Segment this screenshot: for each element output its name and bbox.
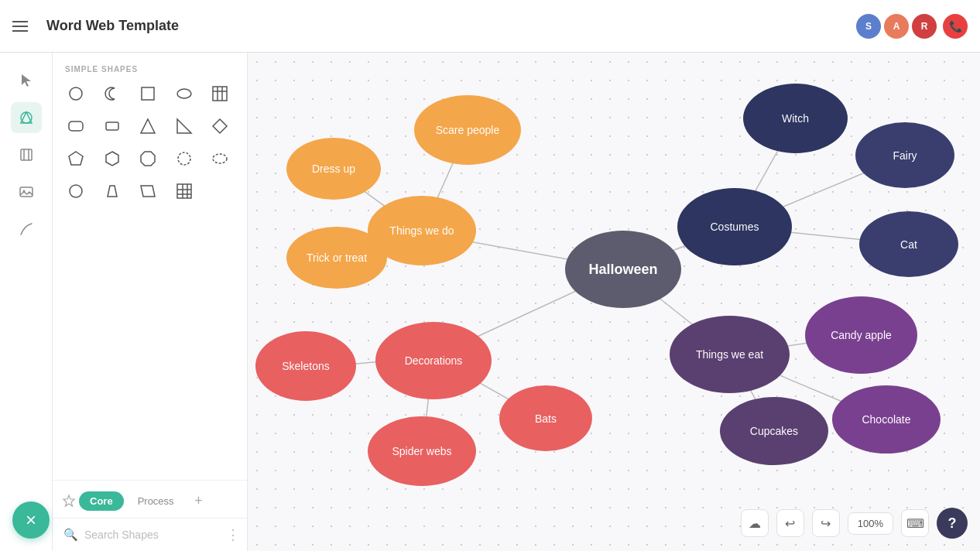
keyboard-icon[interactable]: ⌨ <box>901 509 929 537</box>
svg-rect-8 <box>142 87 154 100</box>
cloud-icon[interactable]: ☁ <box>741 509 769 537</box>
avatar-1[interactable]: S <box>856 14 881 39</box>
svg-marker-26 <box>141 186 155 197</box>
shapes-grid <box>53 80 247 205</box>
shape-crescent[interactable] <box>98 80 126 108</box>
shapes-panel: Simple Shapes Core Process + 🔍 ⋮ <box>53 53 248 551</box>
node-spider-webs[interactable]: Spider webs <box>368 416 476 486</box>
bottom-bar: ☁ ↩ ↪ 100% ⌨ ? <box>741 508 968 539</box>
shape-circle-filled[interactable] <box>62 177 90 205</box>
avatars-group: S A R 📞 <box>856 14 968 39</box>
fab-button[interactable]: × <box>12 501 50 539</box>
shape-square[interactable] <box>134 80 162 108</box>
node-fairy[interactable]: Fairy <box>855 122 954 188</box>
node-witch[interactable]: Witch <box>743 84 848 153</box>
node-candy-apple[interactable]: Candy apple <box>805 296 917 374</box>
svg-rect-2 <box>21 149 32 160</box>
shape-circle[interactable] <box>62 80 90 108</box>
shape-table[interactable] <box>206 80 234 108</box>
menu-icon[interactable] <box>12 21 28 32</box>
node-trick-or-treat[interactable]: Trick or treat <box>286 227 387 289</box>
shape-circle-outline[interactable] <box>170 145 198 173</box>
node-cat[interactable]: Cat <box>859 211 958 277</box>
zoom-level[interactable]: 100% <box>848 512 893 535</box>
svg-point-0 <box>21 112 32 123</box>
undo-icon[interactable]: ↩ <box>776 509 804 537</box>
header: Word Web Template S A R 📞 <box>0 0 980 53</box>
search-shapes-row: 🔍 ⋮ <box>53 518 247 551</box>
svg-point-9 <box>177 89 191 98</box>
fab-icon: × <box>26 509 36 531</box>
node-things-we-eat[interactable]: Things we eat <box>670 316 790 393</box>
node-halloween[interactable]: Halloween <box>565 231 681 308</box>
toolbar-frame[interactable] <box>11 139 42 170</box>
search-shapes-input[interactable] <box>84 529 220 541</box>
redo-icon[interactable]: ↪ <box>812 509 840 537</box>
node-cupcakes[interactable]: Cupcakes <box>720 397 828 465</box>
toolbar-image[interactable] <box>11 176 42 207</box>
svg-point-23 <box>213 154 227 163</box>
svg-rect-5 <box>20 187 33 197</box>
svg-rect-10 <box>213 87 227 101</box>
call-icon[interactable]: 📞 <box>943 14 968 39</box>
node-skeletons[interactable]: Skeletons <box>255 331 356 401</box>
svg-marker-17 <box>177 119 191 133</box>
shape-trapezoid[interactable] <box>98 177 126 205</box>
tabs-row: Core Process + <box>53 480 247 518</box>
node-bats[interactable]: Bats <box>499 385 592 451</box>
toolbar-cursor[interactable] <box>11 65 42 96</box>
shape-triangle[interactable] <box>134 112 162 140</box>
more-options-icon[interactable]: ⋮ <box>226 526 240 543</box>
tab-process[interactable]: Process <box>127 491 185 511</box>
shape-rounded-rect-2[interactable] <box>98 112 126 140</box>
tab-core[interactable]: Core <box>79 491 124 511</box>
shape-rounded-rect[interactable] <box>62 112 90 140</box>
svg-marker-19 <box>69 152 83 165</box>
shapes-section-label: Simple Shapes <box>53 53 247 80</box>
svg-marker-25 <box>108 186 117 197</box>
shape-octagon[interactable] <box>134 145 162 173</box>
avatar-3[interactable]: R <box>912 14 937 39</box>
shape-grid[interactable] <box>170 177 198 205</box>
star-icon <box>62 494 76 508</box>
left-toolbar <box>0 53 53 551</box>
node-dress-up[interactable]: Dress up <box>286 138 381 200</box>
svg-marker-21 <box>141 152 155 166</box>
svg-marker-32 <box>63 495 74 506</box>
svg-point-24 <box>70 185 82 197</box>
node-chocolate[interactable]: Chocolate <box>832 385 941 453</box>
shape-ellipse[interactable] <box>170 80 198 108</box>
svg-point-7 <box>70 87 82 100</box>
shape-stadium[interactable] <box>206 145 234 173</box>
node-costumes[interactable]: Costumes <box>677 188 792 265</box>
toolbar-shapes[interactable] <box>11 102 42 133</box>
help-button[interactable]: ? <box>937 508 968 539</box>
svg-rect-15 <box>106 122 118 130</box>
shape-pentagon[interactable] <box>62 145 90 173</box>
tab-add-button[interactable]: + <box>188 490 210 512</box>
shape-right-triangle[interactable] <box>170 112 198 140</box>
svg-marker-16 <box>141 119 155 133</box>
svg-point-22 <box>178 152 190 165</box>
app-title: Word Web Template <box>46 18 179 34</box>
avatar-2[interactable]: A <box>884 14 909 39</box>
toolbar-draw[interactable] <box>11 214 42 245</box>
shape-hexagon[interactable] <box>98 145 126 173</box>
svg-marker-20 <box>106 152 118 166</box>
svg-rect-27 <box>177 184 191 198</box>
node-scare-people[interactable]: Scare people <box>414 95 521 165</box>
search-icon: 🔍 <box>63 528 78 542</box>
canvas[interactable]: Halloween Things we do Scare people Dres… <box>248 53 980 551</box>
svg-marker-18 <box>213 119 227 133</box>
node-decorations[interactable]: Decorations <box>375 322 492 399</box>
shape-diamond[interactable] <box>206 112 234 140</box>
svg-rect-14 <box>69 121 83 131</box>
shape-parallelogram[interactable] <box>134 177 162 205</box>
